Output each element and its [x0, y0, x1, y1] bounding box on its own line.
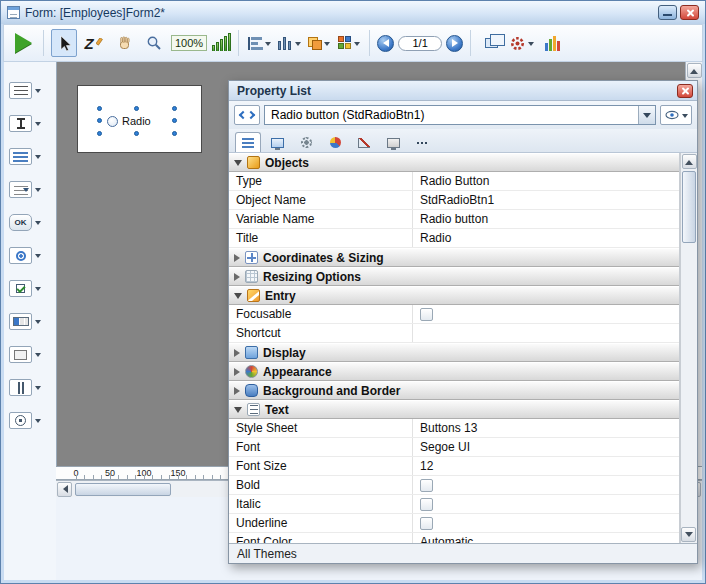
property-value-font-color[interactable]: Automatic — [413, 533, 679, 543]
radio-button-menu-caret[interactable] — [35, 254, 41, 261]
property-row-shortcut[interactable]: Shortcut — [229, 324, 679, 343]
section-entry[interactable]: Entry — [229, 286, 679, 305]
zoom-level[interactable]: 100% — [171, 35, 207, 51]
style-menu-caret[interactable] — [354, 42, 360, 49]
property-value-object-name[interactable]: StdRadioBtn1 — [413, 191, 679, 209]
align-tool-button[interactable] — [246, 29, 272, 57]
tool-button[interactable]: OK — [4, 206, 56, 239]
checkbox-menu-caret[interactable] — [35, 287, 41, 294]
underline-checkbox[interactable] — [420, 517, 433, 530]
property-value-shortcut[interactable] — [413, 324, 679, 342]
property-row-font-color[interactable]: Font ColorAutomatic — [229, 533, 679, 543]
tool-static-text[interactable] — [4, 74, 56, 107]
property-row-font-size[interactable]: Font Size12 — [229, 457, 679, 476]
scroll-up-button[interactable] — [682, 154, 697, 169]
minimize-button[interactable] — [658, 5, 677, 20]
manage-pages-button[interactable] — [478, 29, 504, 57]
property-value-style-sheet[interactable]: Buttons 13 — [413, 419, 679, 437]
collapse-triangle-icon[interactable] — [234, 407, 242, 413]
tool-radio-button[interactable] — [4, 239, 56, 272]
previous-page-button[interactable] — [377, 35, 394, 52]
dropdown-button[interactable] — [638, 106, 655, 124]
collapse-triangle-icon[interactable] — [234, 293, 242, 299]
distribute-tool-button[interactable] — [276, 29, 302, 57]
expand-triangle-icon[interactable] — [234, 254, 240, 262]
move-tool-button[interactable] — [111, 29, 137, 57]
entry-order-tool-button[interactable]: Z — [81, 29, 107, 57]
zoom-tool-button[interactable] — [141, 29, 167, 57]
property-row-variable-name[interactable]: Variable NameRadio button — [229, 210, 679, 229]
tool-tab-control[interactable] — [4, 404, 56, 437]
property-value-italic[interactable] — [413, 495, 679, 513]
property-value-focusable[interactable] — [413, 305, 679, 323]
property-value-variable-name[interactable]: Radio button — [413, 210, 679, 228]
tab-control-menu-caret[interactable] — [35, 419, 41, 426]
property-value-title[interactable]: Radio — [413, 229, 679, 247]
property-row-font[interactable]: FontSegoe UI — [229, 438, 679, 457]
theme-filter-bar[interactable]: All Themes — [229, 543, 697, 563]
distribute-menu-caret[interactable] — [295, 42, 301, 49]
selection-handle[interactable] — [97, 131, 102, 136]
select-tool-button[interactable] — [51, 29, 77, 57]
tab-screen[interactable] — [380, 132, 406, 152]
scroll-thumb[interactable] — [682, 171, 696, 243]
rectangle-menu-caret[interactable] — [35, 353, 41, 360]
property-list-titlebar[interactable]: Property List — [229, 81, 697, 101]
execute-form-button[interactable] — [10, 29, 36, 57]
tab-properties[interactable] — [235, 132, 261, 152]
zoom-bars[interactable] — [212, 33, 231, 51]
property-value-underline[interactable] — [413, 514, 679, 532]
tab-more[interactable] — [409, 132, 435, 152]
selection-handle[interactable] — [97, 118, 102, 123]
selection-handle[interactable] — [172, 118, 177, 123]
tool-splitter[interactable] — [4, 371, 56, 404]
zoom-widget[interactable]: 100% — [171, 33, 231, 54]
list-box-menu-caret[interactable] — [35, 155, 41, 162]
property-row-italic[interactable]: Italic — [229, 495, 679, 514]
selection-handle[interactable] — [172, 106, 177, 111]
tool-checkbox[interactable] — [4, 272, 56, 305]
section-resizing-options[interactable]: Resizing Options — [229, 267, 679, 286]
object-navigation-button[interactable] — [234, 105, 260, 125]
scroll-down-button[interactable] — [681, 527, 696, 542]
collapse-triangle-icon[interactable] — [234, 160, 242, 166]
selection-handle[interactable] — [134, 106, 139, 111]
property-value-font[interactable]: Segoe UI — [413, 438, 679, 456]
expand-triangle-icon[interactable] — [234, 387, 240, 395]
scroll-left-button[interactable] — [57, 482, 72, 497]
tool-button-grid[interactable] — [4, 305, 56, 338]
static-text-menu-caret[interactable] — [35, 89, 41, 96]
expand-triangle-icon[interactable] — [234, 349, 240, 357]
property-row-type[interactable]: TypeRadio Button — [229, 172, 679, 191]
radio-button-object[interactable]: Radio — [99, 108, 175, 134]
next-page-button[interactable] — [446, 35, 463, 52]
input-menu-caret[interactable] — [35, 122, 41, 129]
property-row-bold[interactable]: Bold — [229, 476, 679, 495]
level-menu-caret[interactable] — [324, 42, 330, 49]
expand-triangle-icon[interactable] — [234, 368, 240, 376]
list-forms-button[interactable] — [539, 29, 565, 57]
tool-combo-box[interactable] — [4, 173, 56, 206]
button-grid-menu-caret[interactable] — [35, 320, 41, 327]
form-properties-menu-caret[interactable] — [528, 42, 534, 49]
property-value-type[interactable]: Radio Button — [413, 172, 679, 190]
property-list-scrollbar[interactable] — [680, 153, 697, 543]
selection-handle[interactable] — [134, 131, 139, 136]
tab-chart[interactable] — [322, 132, 348, 152]
property-list-close-button[interactable] — [677, 84, 693, 98]
section-objects[interactable]: Objects — [229, 153, 679, 172]
section-coordinates-sizing[interactable]: Coordinates & Sizing — [229, 248, 679, 267]
property-row-object-name[interactable]: Object NameStdRadioBtn1 — [229, 191, 679, 210]
align-menu-caret[interactable] — [265, 42, 271, 49]
tab-settings[interactable] — [293, 132, 319, 152]
splitter-menu-caret[interactable] — [35, 386, 41, 393]
button-menu-caret[interactable] — [35, 221, 41, 228]
selection-handle[interactable] — [97, 106, 102, 111]
level-tool-button[interactable] — [306, 29, 332, 57]
close-button[interactable] — [680, 5, 699, 20]
property-value-bold[interactable] — [413, 476, 679, 494]
expand-triangle-icon[interactable] — [234, 273, 240, 281]
section-background-and-border[interactable]: Background and Border — [229, 381, 679, 400]
tool-list-box[interactable] — [4, 140, 56, 173]
section-text[interactable]: Text — [229, 400, 679, 419]
